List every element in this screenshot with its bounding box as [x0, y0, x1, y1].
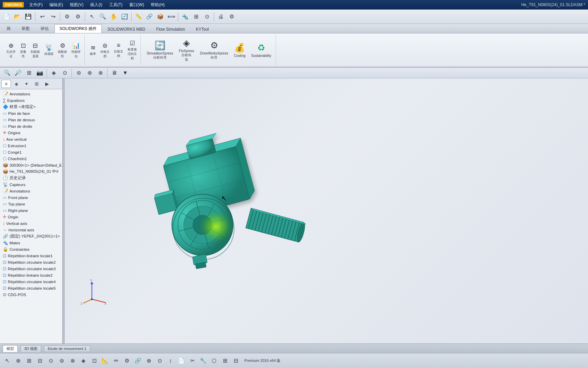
bottom-tool-22[interactable]: ⊟ [231, 356, 241, 366]
property-manager-tab[interactable]: ◈ [12, 80, 21, 88]
menu-insert[interactable]: 插入(I) [87, 1, 105, 9]
tree-right-plane2[interactable]: ▭ Right plane [0, 207, 62, 214]
costing-btn[interactable]: 💰 Costing [231, 41, 248, 59]
tree-horizontal-axis[interactable]: ↔ Horizontal axis [0, 227, 62, 233]
tree-extrusion1[interactable]: ⬡ Extrusion1 [0, 142, 62, 149]
bottom-tool-11[interactable]: ✏ [111, 356, 121, 366]
bottom-tool-5[interactable]: ⊙ [46, 356, 56, 366]
rebuild-button[interactable]: ⚙ [62, 12, 72, 22]
tree-contraintes[interactable]: 🔒 Contraintes [0, 246, 62, 252]
feature-manager-tab[interactable]: ≡ [1, 80, 11, 88]
tree-top-plane[interactable]: ▭ Plan de dessus [0, 117, 62, 123]
search-icon[interactable]: 🔍 [2, 68, 12, 78]
tree-rep-circ3[interactable]: ⊡ Répétition circulaire locale3 [0, 265, 62, 272]
tab-kytool[interactable]: KYTool [191, 25, 214, 33]
tree-yepef-component[interactable]: 🔗 (固定) YEPEF_2HQ3011<1> [0, 233, 62, 240]
view-camera-icon[interactable]: 📷 [35, 68, 45, 78]
compare-geometry-btn[interactable]: ≡ 比较文档 [112, 41, 125, 59]
tree-conge1[interactable]: ⬡ Congé1 [0, 149, 62, 155]
component-button[interactable]: 📦 [155, 12, 165, 22]
menu-view[interactable]: 视图(V) [67, 1, 86, 9]
view-settings-dropdown[interactable]: ▼ [120, 68, 130, 78]
bottom-tool-13[interactable]: 🔗 [133, 356, 143, 366]
mirror-button[interactable]: ⟺ [166, 12, 176, 22]
tree-vertical-axis2[interactable]: ↕ Vertical axis [0, 220, 62, 227]
tab-layout[interactable]: 局 [1, 24, 16, 33]
display-settings-icon[interactable]: 🖥 [109, 68, 119, 78]
tree-front-plane[interactable]: ▭ Plan de face [0, 110, 62, 117]
tree-component-300300[interactable]: 📦 300300<1> (Défaut<Défaut_E [0, 162, 62, 168]
bottom-tool-8[interactable]: ◈ [78, 356, 88, 366]
menu-help[interactable]: 帮助(H) [148, 1, 167, 9]
tab-sketch[interactable]: 草图 [16, 24, 35, 33]
print-button[interactable]: 🖨 [216, 12, 226, 22]
bottom-tool-1[interactable]: ↖ [2, 356, 12, 366]
sustainability-btn[interactable]: ♻ Sustainability [249, 41, 274, 59]
display-manager-tab[interactable]: ⊞ [32, 80, 42, 88]
bottom-tool-4[interactable]: ⊟ [35, 356, 45, 366]
tree-rep-circ5[interactable]: ⊡ Répétition circulaire locale5 [0, 285, 62, 291]
tree-top-plane2[interactable]: ▭ Top plane [0, 201, 62, 207]
bottom-tool-6[interactable]: ⊜ [56, 356, 67, 366]
display-style-icon[interactable]: ⊗ [95, 68, 105, 78]
compare-docs-btn[interactable]: ⊜ 对检文档 [99, 41, 111, 60]
save-button[interactable]: 💾 [23, 12, 33, 22]
bottom-tool-9[interactable]: ⊡ [89, 356, 99, 366]
bottom-tool-12[interactable]: ⚙ [122, 356, 132, 366]
search-face-icon[interactable]: 🔎 [13, 68, 23, 78]
render-mode-icon[interactable]: ⊙ [60, 68, 70, 78]
menu-window[interactable]: 窗口(W) [127, 1, 147, 9]
tab-flow-simulation[interactable]: Flow Simulation [151, 25, 190, 33]
bottom-tool-19[interactable]: 🔧 [198, 356, 208, 366]
sensor-btn[interactable]: 📡 传感器 [43, 43, 55, 57]
bottom-tool-3[interactable]: ⊞ [24, 356, 34, 366]
tree-rep-circ2[interactable]: ⊡ Répétition circulaire locale2 [0, 259, 62, 265]
tree-annotations2[interactable]: 📝 Annotations [0, 188, 62, 194]
tree-cdg-pos[interactable]: ⊙ CDG-POS [0, 291, 62, 298]
menu-file[interactable]: 文件(F) [27, 1, 45, 9]
pan-button[interactable]: ✋ [109, 12, 119, 22]
linear-pattern[interactable]: ⊞ [191, 12, 201, 22]
tree-origin[interactable]: ✛ Origine [0, 129, 62, 136]
redo-button[interactable]: ↪ [48, 12, 58, 22]
standard-views-icon[interactable]: ⊕ [84, 68, 95, 78]
shaded-icon[interactable]: ◈ [49, 68, 59, 78]
assembly-performance-btn[interactable]: ⚙ 装配体性 [56, 41, 69, 60]
tree-chanfrein1[interactable]: ⬡ Chanfrein1 [0, 155, 62, 162]
tree-mates[interactable]: 🔩 Mates [0, 240, 62, 246]
model-tab[interactable]: 模型 [3, 345, 18, 352]
smart-mates[interactable]: 🔩 [180, 12, 190, 22]
bottom-tool-20[interactable]: ⬡ [209, 356, 219, 366]
tab-solidworks-plugins[interactable]: SOLIDWORKS 插件 [54, 24, 102, 33]
mate-button[interactable]: 🔗 [144, 12, 154, 22]
3d-viewport[interactable]: ↖ Y X Z [65, 78, 588, 343]
menu-edit[interactable]: 编辑(E) [47, 1, 66, 9]
tab-evaluate[interactable]: 评估 [35, 24, 54, 33]
simulation-xpress-btn[interactable]: 🔄 SimulationXpress分析向导 [144, 39, 176, 62]
tree-component-he[interactable]: 📦 He_T91_N080S(24)_01 中# [0, 168, 62, 175]
view-orientation-icon[interactable]: ⊜ [74, 68, 84, 78]
tree-history[interactable]: 🕐 历史记录 [0, 175, 62, 181]
bottom-tool-7[interactable]: ⊗ [67, 356, 78, 366]
tree-equations[interactable]: ∑ Equations [0, 97, 62, 104]
rotate-button[interactable]: 🔄 [119, 12, 130, 22]
drive-works-btn[interactable]: ⚙ DriveWorksXpress向导 [198, 39, 231, 62]
select-button[interactable]: ↖ [87, 12, 97, 22]
menu-tools[interactable]: 工具(T) [107, 1, 125, 9]
bottom-tool-14[interactable]: ⊕ [144, 356, 154, 366]
expand-panel-btn[interactable]: ▶ [42, 80, 52, 88]
floXpress-btn[interactable]: ◈ FloXpress分析向导 [177, 36, 197, 64]
bottom-tool-15[interactable]: ⊙ [154, 356, 165, 366]
tree-rep-circ4[interactable]: ⊡ Répétition circulaire locale4 [0, 278, 62, 285]
motion-study-tab[interactable]: Etude de mouvement 1 [44, 346, 90, 351]
tree-capteurs[interactable]: 📡 Capteurs [0, 181, 62, 188]
configuration-tab[interactable]: ✦ [22, 80, 31, 88]
check-active-btn[interactable]: ☑ 检查激活的文档 [126, 39, 138, 62]
bottom-tool-10[interactable]: 📐 [100, 356, 110, 366]
3d-view-tab[interactable]: 3D 视图 [20, 345, 41, 352]
circular-pattern[interactable]: ⊙ [202, 12, 212, 22]
curvature-btn[interactable]: ≋ 曲率 [88, 43, 98, 57]
zoom-button[interactable]: 🔍 [98, 12, 108, 22]
bottom-tool-18[interactable]: ✂ [187, 356, 197, 366]
open-button[interactable]: 📂 [12, 12, 22, 22]
